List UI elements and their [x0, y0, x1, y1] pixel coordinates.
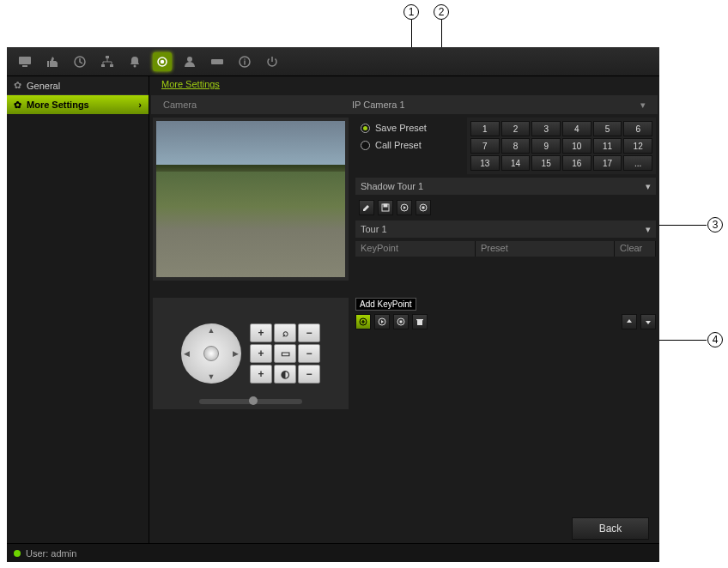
- ptz-panel: ▲ ▼ ▶ ◀ + ⌕ − + ▭ − + ◐: [153, 298, 349, 409]
- callout-2-number: 2: [434, 4, 449, 20]
- callout-3-number: 3: [707, 217, 723, 233]
- preset-btn-6[interactable]: 6: [623, 121, 652, 136]
- shadow-tour-label: Shadow Tour 1: [361, 181, 423, 191]
- svg-rect-22: [416, 319, 423, 320]
- tour-header[interactable]: Tour 1 ▾: [355, 221, 656, 238]
- iris-in-button[interactable]: +: [250, 365, 272, 384]
- play-button[interactable]: [397, 200, 412, 215]
- arrow-right-icon: ▶: [233, 349, 239, 358]
- save-button[interactable]: [378, 200, 393, 215]
- preset-btn-13[interactable]: 13: [470, 155, 500, 171]
- preset-btn-12[interactable]: 12: [623, 138, 652, 154]
- svg-point-8: [161, 60, 164, 63]
- preset-btn-more[interactable]: ...: [623, 155, 652, 171]
- focus-in-button[interactable]: +: [250, 344, 272, 363]
- move-down-button[interactable]: [640, 314, 656, 329]
- top-toolbar: [7, 47, 659, 76]
- camera-label: Camera: [163, 100, 352, 110]
- iris-icon[interactable]: ◐: [274, 365, 296, 384]
- keypoint-play-button[interactable]: [374, 314, 390, 329]
- preset-btn-7[interactable]: 7: [470, 138, 500, 154]
- preset-btn-9[interactable]: 9: [531, 138, 561, 154]
- callout-4-line: [654, 340, 707, 341]
- svg-rect-4: [101, 64, 105, 67]
- preset-btn-5[interactable]: 5: [593, 121, 622, 136]
- ptz-direction-wheel[interactable]: ▲ ▼ ▶ ◀: [181, 323, 241, 384]
- info-icon[interactable]: [235, 52, 254, 71]
- stop-button[interactable]: [416, 200, 431, 215]
- video-preview: [156, 121, 345, 277]
- keypoint-delete-button[interactable]: [412, 314, 428, 329]
- preset-btn-17[interactable]: 17: [593, 155, 622, 171]
- ptz-icon[interactable]: [153, 52, 172, 71]
- preset-btn-10[interactable]: 10: [562, 138, 592, 154]
- svg-rect-10: [211, 59, 223, 64]
- svg-rect-21: [417, 320, 422, 325]
- move-up-button[interactable]: [622, 314, 637, 329]
- focus-icon[interactable]: ▭: [274, 344, 296, 363]
- callout-1-number: 1: [403, 4, 419, 20]
- ptz-center-button[interactable]: [203, 346, 219, 361]
- camera-selector[interactable]: Camera IP Camera 1 ▾: [151, 95, 658, 114]
- slider-knob[interactable]: [249, 396, 258, 405]
- ptz-speed-slider[interactable]: [199, 399, 302, 404]
- col-preset: Preset: [476, 241, 615, 257]
- video-preview-box: [153, 118, 349, 281]
- shadow-tour-toolbar: [355, 198, 656, 217]
- back-button[interactable]: Back: [572, 517, 649, 540]
- add-keypoint-button[interactable]: [355, 314, 371, 329]
- sidebar-label: More Settings: [27, 100, 89, 110]
- user-icon[interactable]: [180, 52, 199, 71]
- preset-btn-15[interactable]: 15: [531, 155, 561, 171]
- svg-rect-1: [22, 65, 27, 67]
- power-icon[interactable]: [263, 52, 282, 71]
- tour-label: Tour 1: [361, 224, 387, 234]
- focus-out-button[interactable]: −: [298, 344, 320, 363]
- iris-out-button[interactable]: −: [298, 365, 320, 384]
- preset-btn-11[interactable]: 11: [593, 138, 622, 154]
- radio-dot: [361, 124, 370, 133]
- preset-btn-3[interactable]: 3: [531, 121, 561, 136]
- zoom-out-button[interactable]: −: [298, 323, 320, 342]
- arrow-left-icon: ◀: [184, 349, 190, 358]
- col-clear: Clear: [615, 241, 656, 257]
- shadow-tour-header[interactable]: Shadow Tour 1 ▾: [355, 178, 656, 195]
- preset-btn-16[interactable]: 16: [562, 155, 592, 171]
- tour-table-header: KeyPoint Preset Clear: [355, 241, 656, 257]
- ptz-adjust-grid: + ⌕ − + ▭ − + ◐ −: [250, 323, 320, 384]
- preset-btn-14[interactable]: 14: [501, 155, 531, 171]
- clock-icon[interactable]: [70, 52, 89, 71]
- chevron-down-icon: ▾: [640, 100, 646, 111]
- svg-rect-0: [19, 57, 31, 64]
- svg-point-6: [134, 64, 136, 67]
- add-keypoint-tooltip: Add KeyPoint: [355, 298, 416, 311]
- svg-point-9: [187, 57, 192, 62]
- col-keypoint: KeyPoint: [355, 241, 476, 257]
- status-user-label: User: admin: [26, 548, 76, 559]
- edit-button[interactable]: [359, 200, 374, 215]
- zoom-in-button[interactable]: +: [250, 323, 272, 342]
- network-icon[interactable]: [98, 52, 117, 71]
- app-window: ✿ General ✿ More Settings › More Setting…: [7, 47, 659, 562]
- radio-label: Call Preset: [375, 140, 422, 150]
- sidebar-label: General: [27, 81, 60, 91]
- preset-btn-2[interactable]: 2: [501, 121, 531, 136]
- device-icon[interactable]: [208, 52, 227, 71]
- svg-rect-3: [106, 56, 109, 58]
- preset-btn-8[interactable]: 8: [501, 138, 531, 154]
- zoom-icon[interactable]: ⌕: [274, 323, 296, 342]
- page-title: More Settings: [149, 76, 659, 94]
- content-area: More Settings Camera IP Camera 1 ▾ Save …: [149, 76, 659, 543]
- chevron-down-icon: ▾: [646, 181, 651, 192]
- sidebar-item-more-settings[interactable]: ✿ More Settings ›: [7, 95, 149, 114]
- bell-icon[interactable]: [125, 52, 144, 71]
- monitor-icon[interactable]: [15, 52, 34, 71]
- thumbup-icon[interactable]: [43, 52, 62, 71]
- keypoint-stop-button[interactable]: [393, 314, 409, 329]
- svg-rect-16: [422, 207, 425, 209]
- sidebar-item-general[interactable]: ✿ General: [7, 76, 149, 95]
- preset-btn-1[interactable]: 1: [470, 121, 500, 136]
- radio-call-preset[interactable]: Call Preset: [361, 140, 453, 150]
- preset-btn-4[interactable]: 4: [562, 121, 592, 136]
- radio-save-preset[interactable]: Save Preset: [361, 123, 453, 133]
